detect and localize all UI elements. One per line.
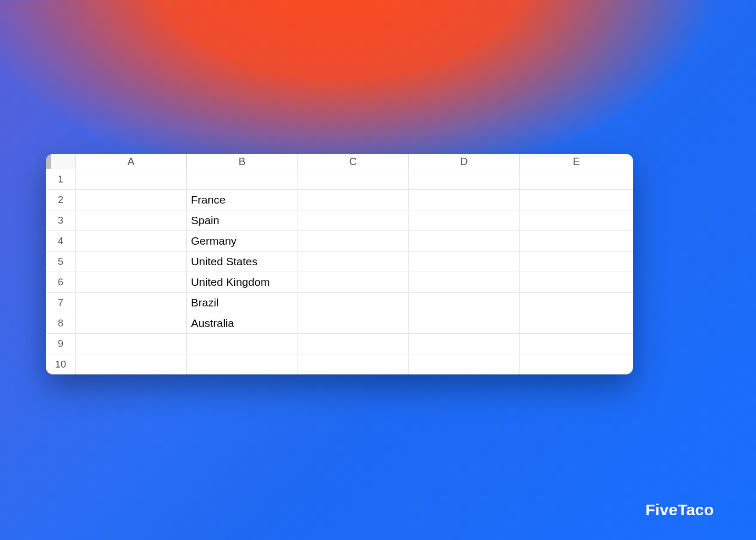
row-1: 1 bbox=[46, 169, 633, 190]
cell-b7[interactable]: Brazil bbox=[186, 293, 297, 313]
cell-a3[interactable] bbox=[75, 210, 186, 231]
cell-e2[interactable] bbox=[520, 190, 633, 210]
column-header-d[interactable]: D bbox=[408, 154, 519, 169]
cell-a5[interactable] bbox=[75, 252, 186, 272]
row-6: 6 United Kingdom bbox=[46, 272, 633, 293]
row-header-8[interactable]: 8 bbox=[46, 313, 75, 334]
row-8: 8 Australia bbox=[46, 313, 633, 334]
cell-a6[interactable] bbox=[75, 272, 186, 293]
cell-e8[interactable] bbox=[520, 313, 633, 334]
cell-b6[interactable]: United Kingdom bbox=[186, 272, 297, 293]
cell-a10[interactable] bbox=[75, 354, 186, 375]
cell-e5[interactable] bbox=[520, 252, 633, 272]
cell-b4[interactable]: Germany bbox=[186, 231, 297, 252]
cell-d3[interactable] bbox=[408, 210, 519, 231]
cell-e3[interactable] bbox=[520, 210, 633, 231]
cell-d5[interactable] bbox=[408, 252, 519, 272]
cell-c1[interactable] bbox=[298, 169, 408, 190]
cell-b8[interactable]: Australia bbox=[186, 313, 297, 334]
column-header-e[interactable]: E bbox=[520, 154, 633, 169]
cell-c8[interactable] bbox=[298, 313, 408, 334]
cell-a1[interactable] bbox=[75, 169, 186, 190]
spreadsheet-window: A B C D E 1 2 France 3 Spain bbox=[46, 154, 633, 374]
select-all-corner[interactable] bbox=[46, 154, 75, 169]
cell-a8[interactable] bbox=[75, 313, 186, 334]
column-header-c[interactable]: C bbox=[298, 154, 408, 169]
cell-b5[interactable]: United States bbox=[186, 252, 297, 272]
column-header-b[interactable]: B bbox=[186, 154, 297, 169]
row-2: 2 France bbox=[46, 190, 633, 210]
row-header-6[interactable]: 6 bbox=[46, 272, 75, 293]
row-header-9[interactable]: 9 bbox=[46, 334, 75, 354]
cell-d8[interactable] bbox=[408, 313, 519, 334]
cell-c2[interactable] bbox=[298, 190, 408, 210]
cell-c10[interactable] bbox=[298, 354, 408, 375]
row-7: 7 Brazil bbox=[46, 293, 633, 313]
column-header-row: A B C D E bbox=[46, 154, 633, 169]
cell-c7[interactable] bbox=[298, 293, 408, 313]
cell-d9[interactable] bbox=[408, 334, 519, 354]
cell-e6[interactable] bbox=[520, 272, 633, 293]
row-4: 4 Germany bbox=[46, 231, 633, 252]
cell-c3[interactable] bbox=[298, 210, 408, 231]
cell-b9[interactable] bbox=[186, 334, 297, 354]
cell-a4[interactable] bbox=[75, 231, 186, 252]
cell-e9[interactable] bbox=[520, 334, 633, 354]
cell-d4[interactable] bbox=[408, 231, 519, 252]
row-header-5[interactable]: 5 bbox=[46, 252, 75, 272]
cell-c6[interactable] bbox=[298, 272, 408, 293]
row-3: 3 Spain bbox=[46, 210, 633, 231]
row-header-7[interactable]: 7 bbox=[46, 293, 75, 313]
cell-c4[interactable] bbox=[298, 231, 408, 252]
cell-a7[interactable] bbox=[75, 293, 186, 313]
cell-c9[interactable] bbox=[298, 334, 408, 354]
cell-e1[interactable] bbox=[520, 169, 633, 190]
cell-b2[interactable]: France bbox=[186, 190, 297, 210]
column-header-a[interactable]: A bbox=[75, 154, 186, 169]
cell-b10[interactable] bbox=[186, 354, 297, 375]
cell-b3[interactable]: Spain bbox=[186, 210, 297, 231]
cell-a2[interactable] bbox=[75, 190, 186, 210]
row-header-2[interactable]: 2 bbox=[46, 190, 75, 210]
row-header-3[interactable]: 3 bbox=[46, 210, 75, 231]
cell-b1[interactable] bbox=[186, 169, 297, 190]
cell-d7[interactable] bbox=[408, 293, 519, 313]
cell-e7[interactable] bbox=[520, 293, 633, 313]
cell-d6[interactable] bbox=[408, 272, 519, 293]
cell-d2[interactable] bbox=[408, 190, 519, 210]
row-5: 5 United States bbox=[46, 252, 633, 272]
cell-a9[interactable] bbox=[75, 334, 186, 354]
cell-d1[interactable] bbox=[408, 169, 519, 190]
row-10: 10 bbox=[46, 354, 633, 375]
row-9: 9 bbox=[46, 334, 633, 354]
cell-d10[interactable] bbox=[408, 354, 519, 375]
cell-c5[interactable] bbox=[298, 252, 408, 272]
spreadsheet-grid[interactable]: A B C D E 1 2 France 3 Spain bbox=[46, 154, 633, 374]
row-header-10[interactable]: 10 bbox=[46, 354, 75, 375]
row-header-1[interactable]: 1 bbox=[46, 169, 75, 190]
brand-watermark: FiveTaco bbox=[646, 501, 714, 519]
row-header-4[interactable]: 4 bbox=[46, 231, 75, 252]
cell-e10[interactable] bbox=[520, 354, 633, 375]
cell-e4[interactable] bbox=[520, 231, 633, 252]
